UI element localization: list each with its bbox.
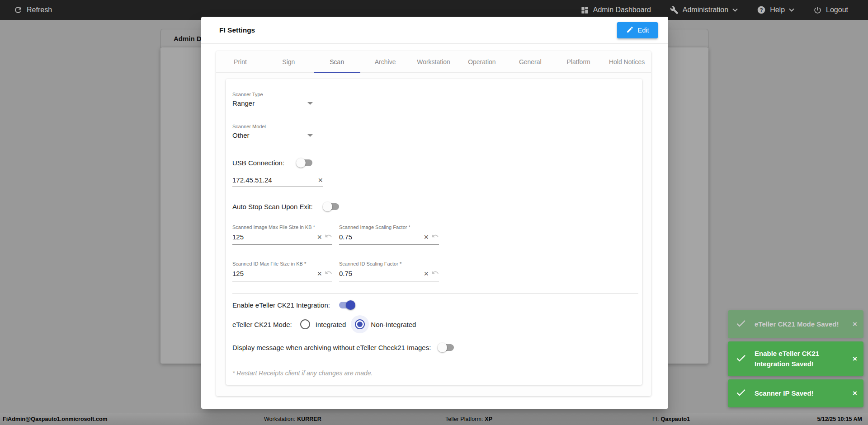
chevron-down-icon [732, 8, 738, 12]
scanned-image-scaling-field: Scanned Image Scaling Factor * × [339, 224, 439, 245]
check-icon [735, 318, 747, 331]
tab-operation[interactable]: Operation [458, 51, 506, 72]
administration-label: Administration [683, 6, 728, 14]
enable-eteller-toggle[interactable] [338, 300, 355, 310]
scanner-model-value: Other [232, 131, 305, 139]
dashboard-icon [580, 6, 589, 14]
refresh-button[interactable]: Refresh [14, 5, 52, 14]
svg-text:?: ? [760, 7, 763, 13]
tab-scan[interactable]: Scan [313, 51, 361, 72]
scanned-id-scaling-input[interactable] [339, 270, 421, 277]
edit-button[interactable]: Edit [617, 22, 658, 38]
scanned-id-max-label: Scanned ID Max File Size in KB * [232, 261, 332, 266]
tab-platform[interactable]: Platform [554, 51, 603, 72]
auto-stop-row: Auto Stop Scan Upon Exit: [232, 202, 340, 211]
power-icon [813, 6, 822, 14]
close-icon[interactable]: × [853, 355, 857, 364]
close-icon[interactable]: × [853, 389, 857, 398]
refresh-label: Refresh [27, 6, 52, 14]
clear-icon[interactable]: × [317, 271, 322, 277]
scanned-image-max-field: Scanned Image Max File Size in KB * × [232, 224, 332, 245]
tab-general[interactable]: General [506, 51, 554, 72]
chevron-down-icon [789, 8, 794, 12]
toast-message: Scanner IP Saved! [755, 388, 848, 399]
logout-label: Logout [826, 6, 848, 14]
dialog-title: FI Settings [219, 26, 255, 34]
scanner-type-value: Ranger [232, 99, 305, 107]
logout-button[interactable]: Logout [813, 6, 848, 14]
admin-dashboard-label: Admin Dashboard [593, 6, 651, 14]
scanned-id-max-input[interactable] [232, 270, 314, 277]
scanned-id-scaling-label: Scanned ID Scaling Factor * [339, 261, 439, 266]
toast-enable-integration-saved: Enable eTeller CK21 Integration Saved! × [728, 341, 863, 376]
undo-icon[interactable] [325, 269, 332, 278]
nav-item-administration[interactable]: Administration [670, 6, 738, 14]
tab-print[interactable]: Print [216, 51, 264, 72]
display-message-label: Display message when archiving without e… [232, 344, 431, 351]
tab-sign[interactable]: Sign [264, 51, 313, 72]
usb-connection-row: USB Connection: [232, 158, 313, 168]
nav-item-admin-dashboard[interactable]: Admin Dashboard [580, 6, 651, 14]
toast-message: eTeller CK21 Mode Saved! [755, 319, 848, 330]
dialog-header: FI Settings Edit [201, 17, 668, 44]
pencil-icon [626, 26, 634, 35]
wrench-icon [670, 6, 679, 14]
check-icon [735, 387, 747, 400]
help-label: Help [770, 6, 785, 14]
undo-icon[interactable] [325, 232, 332, 242]
usb-connection-label: USB Connection: [232, 159, 284, 167]
toast-message: Enable eTeller CK21 Integration Saved! [755, 349, 848, 369]
scanned-id-max-field: Scanned ID Max File Size in KB * × [232, 261, 332, 281]
scanned-image-scaling-input[interactable] [339, 233, 421, 241]
clear-icon[interactable]: × [424, 271, 429, 277]
tab-bar: Print Sign Scan Archive Workstation Oper… [216, 51, 651, 73]
display-message-row: Display message when archiving without e… [232, 343, 455, 352]
display-message-toggle[interactable] [438, 343, 455, 352]
scanner-ip-field: × [232, 176, 323, 187]
dropdown-arrow-icon [307, 134, 313, 137]
check-icon [735, 352, 747, 366]
tab-hold-notices[interactable]: Hold Notices [603, 51, 651, 72]
scanner-type-label: Scanner Type [232, 92, 314, 97]
nav-item-help[interactable]: ? Help [757, 5, 794, 14]
toast-eteller-mode-saved: eTeller CK21 Mode Saved! × [728, 310, 863, 338]
auto-stop-toggle[interactable] [323, 202, 340, 211]
restart-footnote: * Restart Receipts client if any changes… [232, 369, 373, 377]
section-divider [232, 293, 638, 294]
scan-settings-form: Scanner Type Ranger Scanner Model Other … [226, 79, 642, 385]
dropdown-arrow-icon [307, 102, 313, 105]
radio-non-integrated[interactable] [355, 319, 365, 329]
close-icon[interactable]: × [853, 320, 857, 329]
scanned-image-max-label: Scanned Image Max File Size in KB * [232, 224, 332, 230]
eteller-mode-label: eTeller CK21 Mode: [232, 321, 292, 328]
eteller-mode-row: eTeller CK21 Mode: Integrated Non-Integr… [232, 318, 416, 331]
scanner-model-label: Scanner Model [232, 124, 314, 129]
help-icon: ? [757, 5, 766, 14]
scanned-id-scaling-field: Scanned ID Scaling Factor * × [339, 261, 439, 281]
tab-archive[interactable]: Archive [361, 51, 410, 72]
scanned-image-max-input[interactable] [232, 233, 314, 241]
scanner-type-select[interactable]: Scanner Type Ranger [232, 92, 314, 110]
enable-eteller-label: Enable eTeller CK21 Integration: [232, 301, 330, 309]
radio-integrated-label[interactable]: Integrated [316, 321, 346, 328]
toast-stack: eTeller CK21 Mode Saved! × Enable eTelle… [728, 310, 863, 407]
clear-icon[interactable]: × [317, 234, 322, 240]
undo-icon[interactable] [431, 232, 439, 242]
clear-icon[interactable]: × [424, 234, 429, 240]
enable-eteller-row: Enable eTeller CK21 Integration: [232, 300, 355, 310]
edit-button-label: Edit [638, 27, 649, 34]
toast-scanner-ip-saved: Scanner IP Saved! × [728, 379, 863, 407]
auto-stop-label: Auto Stop Scan Upon Exit: [232, 203, 313, 210]
scanned-image-scaling-label: Scanned Image Scaling Factor * [339, 224, 439, 230]
undo-icon[interactable] [431, 269, 439, 278]
scanner-model-select[interactable]: Scanner Model Other [232, 124, 314, 142]
clear-icon[interactable]: × [318, 177, 323, 183]
usb-connection-toggle[interactable] [296, 158, 313, 168]
refresh-icon [14, 5, 23, 14]
radio-integrated[interactable] [300, 319, 310, 329]
settings-tab-group: Print Sign Scan Archive Workstation Oper… [216, 51, 651, 396]
fi-settings-dialog: FI Settings Edit Print Sign Scan Archive… [201, 17, 668, 409]
radio-non-integrated-label[interactable]: Non-Integrated [371, 321, 416, 328]
tab-workstation[interactable]: Workstation [410, 51, 458, 72]
scanner-ip-input[interactable] [232, 176, 315, 184]
